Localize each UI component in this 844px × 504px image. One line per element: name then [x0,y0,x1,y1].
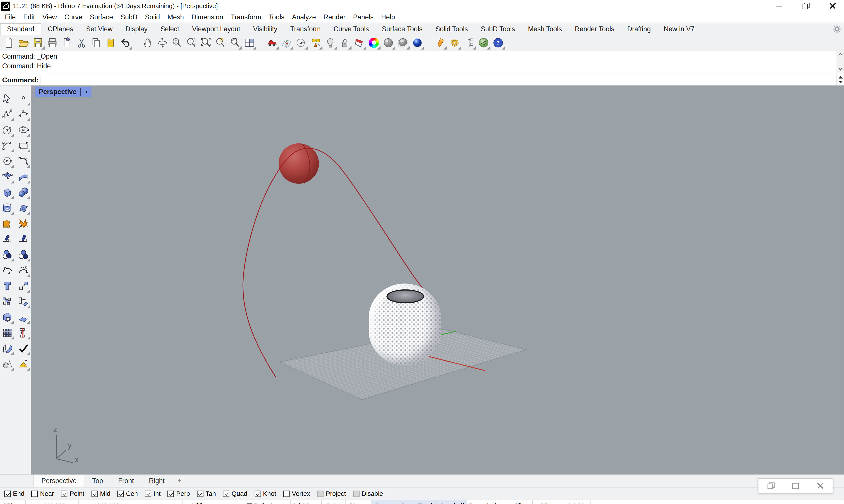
notification-wedge-icon[interactable] [433,36,447,49]
menu-analyze[interactable]: Analyze [288,14,320,21]
point-icon[interactable] [17,92,30,106]
copy-icon[interactable] [89,36,103,49]
open-folder-icon[interactable] [17,36,30,49]
boolean-difference-icon[interactable] [17,248,30,262]
grasshopper-icon[interactable] [477,36,490,49]
toolbar-tab-new-in-v7[interactable]: New in V7 [657,23,701,35]
osnap-mid[interactable]: Mid [91,490,110,498]
check-icon[interactable] [17,342,30,355]
circle-icon[interactable] [0,123,14,137]
settings-gear-icon[interactable] [832,24,842,34]
menu-panels[interactable]: Panels [349,14,377,21]
save-floppy-icon[interactable] [31,36,45,49]
spinner-up-icon[interactable] [838,76,843,79]
dimension-icon[interactable] [462,36,476,49]
rebuild-curve-icon[interactable] [17,264,30,277]
group-icon[interactable] [0,295,14,308]
curve-fillet-icon[interactable] [17,155,30,168]
panel-restore-button[interactable] [767,482,775,489]
add-viewport-icon[interactable]: + [172,475,187,487]
rectangle-icon[interactable] [17,139,30,152]
command-input[interactable]: Command: [0,74,844,86]
wireframe-sphere-icon[interactable] [396,36,409,49]
ellipse-icon[interactable] [17,123,30,137]
osnap-disable[interactable]: Disable [353,490,383,498]
select-arrow-icon[interactable] [0,92,14,106]
osnap-vertex[interactable]: Vertex [283,490,310,498]
object-snap-icon[interactable] [309,36,322,49]
perspective-viewport[interactable]: Perspective [31,86,844,474]
boolean-union-icon[interactable] [0,248,14,262]
menu-transform[interactable]: Transform [227,14,265,21]
pan-hand-icon[interactable] [141,36,155,49]
osnap-quad[interactable]: Quad [223,490,247,498]
menu-help[interactable]: Help [377,14,399,21]
osnap-end[interactable]: End [4,490,24,498]
chevron-down-icon[interactable] [83,90,90,94]
align-icon[interactable] [17,326,30,339]
menu-curve[interactable]: Curve [60,14,86,21]
minimize-button[interactable] [775,2,783,10]
status-planar[interactable]: Planar [346,500,371,504]
status-gumball[interactable]: Gumball [437,500,467,504]
osnap-knot[interactable]: Knot [254,490,276,498]
cut-scissors-icon[interactable] [75,36,88,49]
puzzle-icon[interactable] [0,217,14,230]
options-gear-icon[interactable] [448,36,461,49]
restore-button[interactable] [802,2,809,10]
status-osnap[interactable]: Osnap [371,500,398,504]
print-icon[interactable] [46,36,59,49]
spinner-down-icon[interactable] [838,80,843,83]
help-icon[interactable]: ? [491,36,505,49]
box-icon[interactable] [0,185,14,199]
osnap-tan[interactable]: Tan [197,490,216,498]
toolbar-tab-cplanes[interactable]: CPlanes [41,23,80,35]
osnap-perp[interactable]: Perp [168,490,190,498]
menu-edit[interactable]: Edit [19,14,39,21]
viewport-tab-right[interactable]: Right [141,475,172,487]
array-icon[interactable] [0,326,14,339]
surface-patch-icon[interactable] [17,201,30,215]
menu-render[interactable]: Render [320,14,349,21]
panel-maximize-button[interactable] [792,482,799,489]
zoom-selected-icon[interactable] [214,36,227,49]
toolbar-tab-viewport-layout[interactable]: Viewport Layout [186,23,247,35]
mesh-vase-object[interactable] [369,284,441,365]
osnap-int[interactable]: Int [145,490,161,498]
status-grid-snap[interactable]: Grid Snap [291,500,322,504]
new-document-icon[interactable] [2,36,16,49]
osnap-vertex-checkbox[interactable] [283,490,289,497]
split-icon[interactable] [17,232,30,246]
primitives-icon[interactable] [0,357,14,371]
panel-close-button[interactable] [816,482,824,489]
extrude-icon[interactable] [17,310,30,324]
arc-icon[interactable] [0,139,14,152]
status-default[interactable]: Default [230,500,291,504]
surface-plane-icon[interactable] [0,170,14,183]
close-button[interactable] [829,2,837,10]
osnap-point[interactable]: Point [61,490,84,498]
rotate-view-icon[interactable] [156,36,169,49]
menu-solid[interactable]: Solid [141,14,164,21]
lock-icon[interactable] [338,36,352,49]
menu-file[interactable]: File [1,14,19,21]
viewport-tab-perspective[interactable]: Perspective [33,475,85,487]
status-ortho[interactable]: Ortho [322,500,346,504]
menu-surface[interactable]: Surface [86,14,117,21]
osnap-int-checkbox[interactable] [145,490,151,497]
toolbar-tab-surface-tools[interactable]: Surface Tools [375,23,429,35]
scroll-up-icon[interactable] [838,53,843,56]
sphere-object[interactable] [279,143,319,184]
status-smarttrack[interactable]: SmartTrack [398,500,437,504]
zoom-undo-icon[interactable] [228,36,242,49]
cplane-circle-icon[interactable] [295,36,308,49]
viewport-layout-icon[interactable] [243,36,256,49]
toolbar-tab-drafting[interactable]: Drafting [621,23,657,35]
lightbulb-icon[interactable] [323,36,337,49]
page-edit-icon[interactable] [60,36,74,49]
flow-icon[interactable] [0,342,14,355]
toolbar-tab-standard[interactable]: Standard [0,23,41,35]
trim-icon[interactable] [0,232,14,246]
toolbar-tab-subd-tools[interactable]: SubD Tools [474,23,522,35]
osnap-near[interactable]: Near [32,490,54,498]
